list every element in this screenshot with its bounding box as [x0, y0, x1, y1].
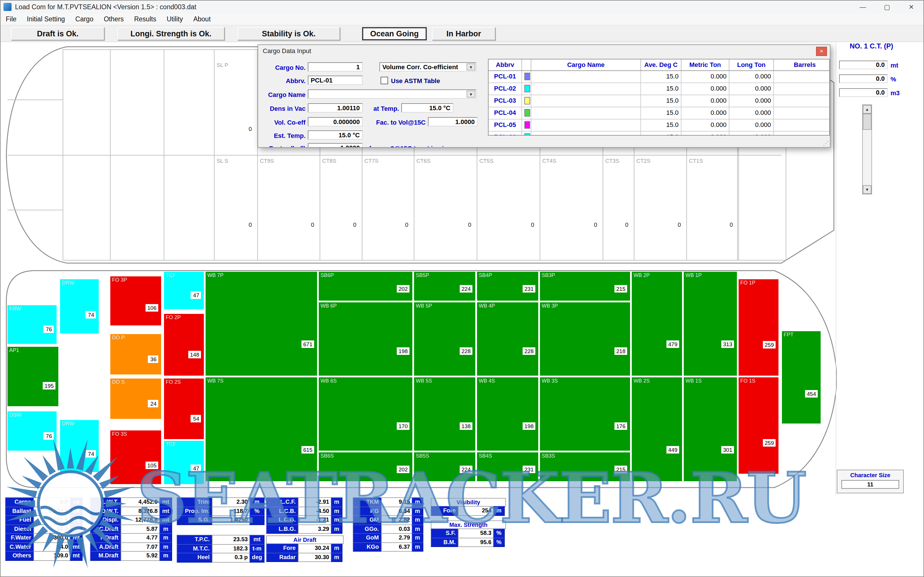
- cargo-color-swatch: [522, 71, 531, 82]
- factor-input[interactable]: 1.0000: [308, 143, 363, 148]
- at-temp-input[interactable]: 15.0 °C: [401, 103, 453, 113]
- tank-percent-field[interactable]: 0.0: [839, 74, 888, 83]
- tank-wb-2s[interactable]: WB 2S449: [632, 377, 682, 481]
- tank-mt-field[interactable]: 0.0: [839, 61, 888, 69]
- max-strength-group: Max. Strength S.F.58.3%B.M.95.6%: [431, 521, 506, 547]
- tank-wb-3s[interactable]: WB 3S176: [540, 377, 630, 451]
- tank-detail-title: NO. 1 C.T. (P): [837, 42, 906, 50]
- use-astm-checkbox[interactable]: Use ASTM Table: [381, 77, 440, 84]
- menu-bar: FileInitial SettingCargoOthersResultsUti…: [1, 13, 923, 26]
- chevron-down-icon[interactable]: ▼: [467, 63, 475, 70]
- tank-ap1[interactable]: AP1195: [8, 347, 58, 406]
- weights-table: Cargo0.0mtBallast6,832.8mtFuel931.0mtDie…: [5, 498, 82, 561]
- tank-sb3s[interactable]: SB3S215: [540, 452, 630, 481]
- close-button[interactable]: ✕: [899, 1, 923, 13]
- tank-wb-5s[interactable]: WB 5S138: [414, 377, 475, 451]
- cargo-color-swatch: [522, 132, 531, 135]
- dialog-close-button[interactable]: ×: [816, 47, 827, 56]
- tank-fo-1p[interactable]: FO 1P259: [738, 279, 779, 376]
- status-button-stability-is-ok[interactable]: Stability is Ok.: [237, 27, 340, 40]
- cargo-table-row-pcl-06[interactable]: PCL-0615.00.0000.0000: [489, 132, 829, 135]
- tank-wb-4p[interactable]: WB 4P228: [477, 302, 538, 376]
- tank-sb5s[interactable]: SB5S224: [414, 452, 475, 481]
- tank-fo-3s[interactable]: FO 3S105: [110, 430, 161, 484]
- menu-item-utility[interactable]: Utility: [162, 16, 188, 23]
- at-temp-label: at Temp.: [365, 105, 399, 112]
- scroll-down-icon[interactable]: ▼: [863, 185, 871, 194]
- tank-drw-s[interactable]: DRW74: [60, 420, 99, 472]
- tank-wb-1s[interactable]: WB 1S301: [684, 377, 737, 481]
- tank-sb4p[interactable]: SB4P231: [477, 272, 538, 301]
- cargo-no-input[interactable]: 1: [308, 62, 363, 71]
- status-button-ocean-going[interactable]: Ocean Going: [362, 27, 427, 40]
- tank-drw-p[interactable]: DRW74: [60, 279, 99, 334]
- drafts-table: L.W.T.4,452.0mtD.W.T.8,326.8mtDispl.12,7…: [90, 498, 172, 561]
- maximize-button[interactable]: ▢: [875, 1, 899, 13]
- menu-item-others[interactable]: Others: [99, 16, 129, 23]
- tank-scrollbar[interactable]: ▲ ▼: [862, 105, 872, 195]
- tank-sb5p[interactable]: SB5P224: [414, 272, 475, 301]
- app-icon: [3, 3, 11, 11]
- menu-item-file[interactable]: File: [1, 16, 22, 23]
- menu-item-cargo[interactable]: Cargo: [70, 16, 99, 23]
- est-temp-input[interactable]: 15.0 °C: [308, 131, 363, 140]
- tank-tcf-p[interactable]: TCF47: [164, 272, 204, 309]
- scroll-up-icon[interactable]: ▲: [863, 105, 871, 114]
- cargo-table-row-pcl-03[interactable]: PCL-0315.00.0000.0000: [489, 95, 829, 107]
- tank-wb-2p[interactable]: WB 2P479: [632, 272, 682, 376]
- volume-corr-dropdown[interactable]: Volume Corr. Co-efficient ▼: [380, 62, 477, 71]
- abbrv-input[interactable]: PCL-01: [308, 76, 363, 85]
- air-draft-table: Fore30.24mRadar30.30m: [266, 543, 344, 562]
- cargo-table-row-pcl-02[interactable]: PCL-0215.00.0000.0000: [489, 83, 829, 95]
- est-temp-label: Est. Temp.: [260, 132, 305, 139]
- status-button-in-harbor[interactable]: In Harbor: [432, 27, 496, 40]
- status-button-longi-strength-is-ok[interactable]: Longi. Strength is Ok.: [117, 27, 225, 40]
- tank-wb-3p[interactable]: WB 3P218: [540, 302, 630, 376]
- minimize-button[interactable]: —: [851, 1, 875, 13]
- fac-to-vol-input[interactable]: 1.0000: [428, 117, 478, 126]
- tank-fpt[interactable]: FPT454: [782, 331, 821, 424]
- tank-wb-5p[interactable]: WB 5P228: [414, 302, 475, 376]
- tank-sb6s[interactable]: SB6S202: [319, 452, 412, 481]
- cargo-table-row-pcl-05[interactable]: PCL-0515.00.0000.0000: [489, 119, 829, 132]
- tank-wb-6s[interactable]: WB 6S170: [319, 377, 412, 451]
- vol-coeff-input[interactable]: 0.000000: [308, 117, 363, 126]
- scrollbar-thumb[interactable]: [863, 114, 871, 130]
- tank-wb-4s[interactable]: WB 4S198: [477, 377, 538, 451]
- dens-in-vac-input[interactable]: 1.00110: [308, 103, 363, 113]
- tank-sb4s[interactable]: SB4S231: [477, 452, 538, 481]
- menu-item-initial-setting[interactable]: Initial Setting: [22, 16, 70, 23]
- tank-fo-1s[interactable]: FO 1S259: [738, 377, 779, 474]
- dens-in-vac-label: Dens in Vac: [260, 105, 305, 112]
- cargo-table-row-pcl-04[interactable]: PCL-0415.00.0000.0000: [489, 107, 829, 119]
- chevron-down-icon[interactable]: ▼: [467, 90, 475, 98]
- character-size-input[interactable]: 11: [842, 480, 899, 489]
- tank-percent-unit: %: [890, 76, 896, 82]
- tank-wb-6p[interactable]: WB 6P198: [319, 302, 412, 376]
- cargo-table-row-pcl-01[interactable]: PCL-0115.00.0000.0000: [489, 71, 829, 83]
- tank-fo-2s[interactable]: FO 2S54: [164, 379, 204, 439]
- tank-wb-1p[interactable]: WB 1P313: [684, 272, 737, 376]
- cargo-name-dropdown[interactable]: ▼: [308, 89, 477, 99]
- tank-do-s[interactable]: DO S24: [110, 379, 161, 419]
- tank-wb-7p[interactable]: WB 7P671: [205, 272, 317, 376]
- status-button-draft-is-ok[interactable]: Draft is Ok.: [11, 27, 105, 40]
- menu-item-results[interactable]: Results: [129, 16, 162, 23]
- resize-grip-icon[interactable]: ⋰: [823, 140, 829, 147]
- tank-sb6p[interactable]: SB6P202: [319, 272, 412, 301]
- tank-wb-7s[interactable]: WB 7S615: [205, 377, 317, 481]
- tank-fo-3p[interactable]: FO 3P106: [110, 276, 161, 326]
- character-size-group: Character Size 11: [837, 470, 904, 493]
- tank-fo-2p[interactable]: FO 2P148: [164, 314, 204, 376]
- tank-frw[interactable]: FRW76: [8, 305, 57, 344]
- visibility-group: Visibility Fore254m: [431, 498, 506, 516]
- tank-tcf-s[interactable]: TCF47: [164, 441, 204, 484]
- tank-volume-field[interactable]: 0.0: [839, 88, 888, 97]
- tank-do-p[interactable]: DO P36: [110, 334, 161, 374]
- air-draft-title: Air Draft: [266, 535, 344, 544]
- stability-table: TKM9.15mKG6.34mGM2.82mGGo.0.03mGoM2.79mK…: [353, 498, 423, 551]
- tank-sb3p[interactable]: SB3P215: [540, 272, 630, 301]
- tank-dsw[interactable]: DSW76: [8, 411, 57, 451]
- menu-item-about[interactable]: About: [188, 16, 216, 23]
- col-metric-ton: Metric Ton: [682, 60, 729, 70]
